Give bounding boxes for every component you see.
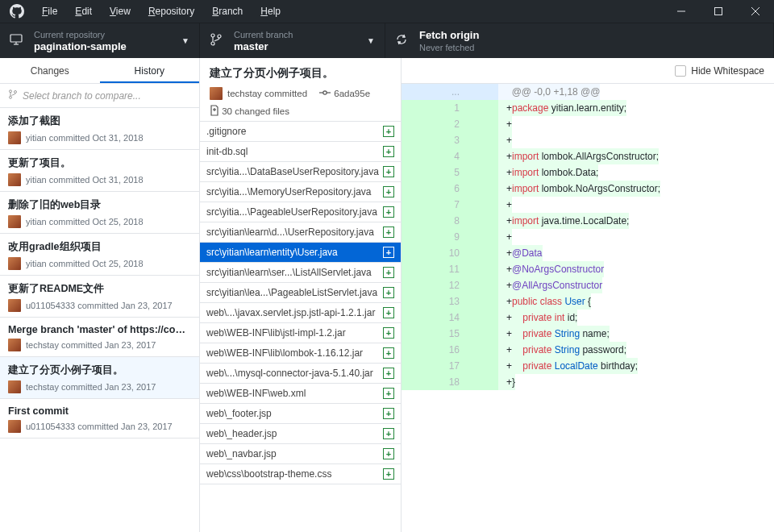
titlebar: FileEditViewRepositoryBranchHelp	[0, 0, 774, 23]
avatar	[210, 87, 223, 100]
branch-selector[interactable]: Current branch master ▼	[200, 23, 385, 58]
fetch-button[interactable]: Fetch origin Never fetched	[385, 23, 774, 58]
file-name: web\WEB-INF\web.xml	[206, 388, 380, 399]
file-item[interactable]: web\_header.jsp+	[200, 424, 401, 444]
hide-whitespace-toggle[interactable]: Hide Whitespace	[675, 65, 764, 77]
commit-item[interactable]: 更新了README文件u011054333 committed Jan 23, …	[0, 276, 199, 318]
caret-down-icon: ▼	[181, 36, 189, 45]
file-name: web\...\mysql-connector-java-5.1.40.jar	[206, 368, 380, 379]
added-icon: +	[383, 186, 394, 197]
svg-point-10	[10, 90, 12, 93]
file-item[interactable]: web\css\bootstrap-theme.css+	[200, 464, 401, 484]
menu-view[interactable]: View	[102, 2, 139, 20]
checkbox-icon[interactable]	[675, 65, 686, 77]
added-icon: +	[383, 126, 394, 137]
tab-history[interactable]: History	[100, 58, 200, 83]
repo-label: Current repository	[34, 29, 127, 40]
file-item[interactable]: init-db.sql+	[200, 142, 401, 162]
fetch-sub: Never fetched	[419, 42, 479, 53]
changed-files[interactable]: 30 changed files	[210, 105, 289, 118]
maximize-button[interactable]	[700, 0, 737, 23]
git-branch-icon	[210, 33, 224, 48]
tab-changes[interactable]: Changes	[0, 58, 100, 83]
commit-item[interactable]: First commitu011054333 committed Jan 23,…	[0, 399, 199, 438]
branch-name: master	[234, 40, 293, 53]
avatar	[8, 215, 21, 228]
commit-item[interactable]: 改用gradle组织项目yitian committed Oct 25, 201…	[0, 234, 199, 276]
close-button[interactable]	[737, 0, 774, 23]
diff-panel: Hide Whitespace ...123456789101112131415…	[402, 58, 774, 532]
repo-selector[interactable]: Current repository pagination-sample ▼	[0, 23, 200, 58]
file-name: src\yitian\learn\ser...\ListAllServlet.j…	[206, 267, 380, 278]
branch-compare-selector[interactable]: Select branch to compare...	[0, 84, 199, 108]
commit-item-meta: techstay committed Jan 23, 2017	[26, 382, 156, 392]
commit-item-title: Merge branch 'master' of https://code.c…	[8, 324, 191, 335]
commit-item[interactable]: 添加了截图yitian committed Oct 31, 2018	[0, 108, 199, 150]
file-item[interactable]: src\yitian\learn\d...\UserRepository.jav…	[200, 222, 401, 243]
avatar	[8, 257, 21, 270]
commit-title: 建立了分页小例子项目。	[210, 66, 391, 81]
file-item[interactable]: .gitignore+	[200, 122, 401, 142]
commit-item[interactable]: 删除了旧的web目录yitian committed Oct 25, 2018	[0, 192, 199, 234]
file-item[interactable]: src\yitian\lea...\PageableListServlet.ja…	[200, 283, 401, 303]
file-item[interactable]: web\...\javax.servlet.jsp.jstl-api-1.2.1…	[200, 303, 401, 323]
sidebar-history: Changes History Select branch to compare…	[0, 58, 200, 532]
added-icon: +	[383, 227, 394, 238]
commit-item[interactable]: 更新了项目。yitian committed Oct 31, 2018	[0, 150, 199, 192]
menu-repository[interactable]: Repository	[140, 2, 202, 20]
repo-name: pagination-sample	[34, 40, 127, 53]
file-name: src\yitia...\DataBaseUserRepository.java	[206, 166, 380, 177]
file-item[interactable]: web\WEB-INF\lib\lombok-1.16.12.jar+	[200, 343, 401, 364]
commit-item-meta: yitian committed Oct 25, 2018	[26, 259, 144, 268]
toolbar: Current repository pagination-sample ▼ C…	[0, 23, 774, 58]
file-item[interactable]: src\yitian\learn\entity\User.java+	[200, 243, 401, 263]
file-item[interactable]: src\yitia...\DataBaseUserRepository.java…	[200, 162, 401, 182]
menu-edit[interactable]: Edit	[67, 2, 100, 20]
file-item[interactable]: web\...\mysql-connector-java-5.1.40.jar+	[200, 364, 401, 384]
file-name: src\yitian\learn\d...\UserRepository.jav…	[206, 227, 380, 238]
avatar	[8, 173, 21, 186]
menu-help[interactable]: Help	[252, 2, 289, 20]
svg-rect-4	[10, 35, 22, 42]
added-icon: +	[383, 307, 394, 318]
file-item[interactable]: src\yitian\learn\ser...\ListAllServlet.j…	[200, 263, 401, 283]
added-icon: +	[383, 267, 394, 278]
file-item[interactable]: web\_navbar.jsp+	[200, 444, 401, 464]
commit-item[interactable]: 建立了分页小例子项目。techstay committed Jan 23, 20…	[0, 357, 199, 399]
commit-item-meta: yitian committed Oct 31, 2018	[26, 133, 144, 143]
added-icon: +	[383, 287, 394, 298]
monitor-icon	[10, 33, 24, 48]
commit-item-title: 更新了项目。	[8, 156, 191, 170]
svg-point-11	[10, 96, 12, 98]
file-name: init-db.sql	[206, 146, 380, 157]
svg-point-13	[323, 91, 327, 94]
avatar	[8, 131, 21, 144]
file-name: web\_footer.jsp	[206, 408, 380, 419]
menu-branch[interactable]: Branch	[204, 2, 251, 20]
commit-item[interactable]: Merge branch 'master' of https://code.c……	[0, 318, 199, 357]
commit-item-meta: yitian committed Oct 31, 2018	[26, 175, 144, 185]
commit-sha[interactable]: 6ada95e	[319, 89, 370, 98]
file-item[interactable]: src\yitia...\MemoryUserRepository.java+	[200, 182, 401, 202]
git-branch-icon	[8, 89, 18, 102]
svg-rect-1	[715, 8, 722, 15]
minimize-button[interactable]	[663, 0, 700, 23]
added-icon: +	[383, 388, 394, 399]
file-name: web\WEB-INF\lib\jstl-impl-1.2.jar	[206, 327, 380, 339]
file-panel: 建立了分页小例子项目。 techstay committed 6ada95e 3…	[200, 58, 402, 532]
diff-view[interactable]: ...123456789101112131415161718 @@ -0,0 +…	[402, 84, 774, 532]
added-icon: +	[383, 206, 394, 218]
file-item[interactable]: web\WEB-INF\lib\jstl-impl-1.2.jar+	[200, 323, 401, 343]
added-icon: +	[383, 347, 394, 359]
branch-label: Current branch	[234, 29, 293, 40]
app-menu: FileEditViewRepositoryBranchHelp	[34, 2, 289, 20]
file-item[interactable]: web\WEB-INF\web.xml+	[200, 384, 401, 404]
commit-item-title: 建立了分页小例子项目。	[8, 364, 191, 377]
git-commit-icon	[319, 89, 331, 98]
file-item[interactable]: src\yitia...\PageableUserRepository.java…	[200, 202, 401, 222]
file-item[interactable]: web\_footer.jsp+	[200, 404, 401, 424]
commit-item-title: 删除了旧的web目录	[8, 198, 191, 212]
commit-item-meta: u011054333 committed Jan 23, 2017	[26, 422, 173, 431]
menu-file[interactable]: File	[34, 2, 65, 20]
svg-point-12	[15, 91, 17, 94]
